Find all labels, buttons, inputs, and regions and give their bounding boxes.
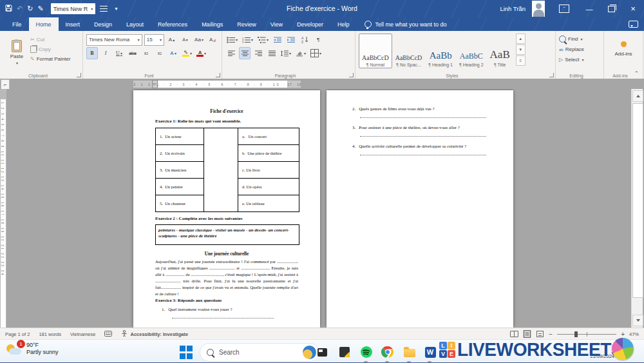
align-left-button[interactable]	[225, 47, 237, 59]
chrome-button[interactable]	[380, 344, 395, 360]
tab-mailings[interactable]: Mailings	[194, 17, 230, 31]
word-app-button[interactable]: W	[422, 344, 438, 360]
weather-widget[interactable]: 1 90°F Partly sunny	[6, 342, 59, 356]
accessibility-status[interactable]: Accessibility: Investigate	[121, 330, 188, 338]
vertical-scrollbar[interactable]	[631, 89, 643, 328]
horizontal-ruler[interactable]: 2 · 1 · 1 · 1 · 2 · 3 · 4 · 5 · 6 · 7 · …	[133, 81, 301, 88]
tab-view[interactable]: View	[263, 17, 290, 31]
tab-design[interactable]: Design	[87, 17, 119, 31]
zoom-in-button[interactable]: +	[621, 331, 625, 338]
restore-button[interactable]	[600, 0, 622, 17]
replace-button[interactable]: abReplace	[559, 45, 600, 54]
zoom-slider-thumb[interactable]	[574, 331, 578, 337]
macro-record-icon[interactable]	[104, 331, 112, 338]
grow-font-button[interactable]: A▲	[166, 34, 178, 46]
bold-button[interactable]: B	[86, 47, 98, 59]
file-explorer-button[interactable]	[402, 344, 417, 360]
subscript-button[interactable]: x2	[140, 47, 152, 59]
language-indicator[interactable]: Vietnamese	[70, 331, 95, 337]
align-right-button[interactable]	[252, 47, 264, 59]
style-no-spacing[interactable]: AaBbCcD ¶ No Spac...	[392, 34, 426, 68]
word-count[interactable]: 181 words	[39, 331, 61, 337]
styles-more-button[interactable]: ≡	[516, 55, 526, 66]
redo-icon[interactable]: ↻	[27, 5, 33, 13]
page-indicator[interactable]: Page 1 of 2	[5, 331, 30, 337]
tab-developer[interactable]: Developer	[290, 17, 330, 31]
numbering-button[interactable]: 123▾	[241, 34, 254, 46]
styles-dialog-launcher[interactable]	[549, 73, 554, 77]
vertical-ruler[interactable]: 1·2·3·4·5·6·7·8·9·10·11·12·13·14·15·16·1…	[0, 89, 6, 328]
style-title[interactable]: AaB ¶ Title	[487, 34, 513, 68]
text-effects-button[interactable]: A▾	[167, 47, 179, 59]
notes-app-button[interactable]	[337, 344, 352, 360]
underline-button[interactable]: U▾	[113, 47, 125, 59]
copy-button[interactable]: Copy	[30, 45, 71, 54]
multilevel-list-button[interactable]: ▾	[256, 34, 270, 46]
style-heading1[interactable]: AaBb ¶ Heading 1	[425, 34, 456, 68]
addins-button[interactable]: Add-ins	[607, 33, 639, 65]
tab-layout[interactable]: Layout	[119, 17, 151, 31]
justify-button[interactable]	[266, 47, 278, 59]
line-spacing-qat-icon[interactable]: ▾	[100, 5, 110, 13]
increase-indent-button[interactable]	[285, 34, 297, 46]
comment-icon[interactable]	[629, 21, 638, 28]
line-spacing-button[interactable]: ▾	[279, 47, 292, 59]
font-color-button[interactable]: A▾	[195, 47, 207, 59]
clear-formatting-button[interactable]: A◢	[207, 34, 218, 46]
font-size-select[interactable]: 15▾	[144, 34, 164, 46]
close-button[interactable]: ×	[622, 0, 644, 17]
show-hide-pilcrow-button[interactable]: ¶	[312, 34, 324, 46]
pen-mode-icon[interactable]: ✎▾	[37, 5, 46, 13]
find-button[interactable]: Find▾	[559, 35, 600, 43]
zoom-level[interactable]: 47%	[629, 331, 639, 337]
tab-help[interactable]: Help	[330, 17, 357, 31]
format-painter-button[interactable]: ✎Format Painter	[30, 55, 71, 63]
spotify-button[interactable]	[359, 344, 374, 360]
shrink-font-button[interactable]: A▼	[180, 34, 191, 46]
font-name-select[interactable]: Times New Roma▾	[86, 34, 142, 46]
tab-home[interactable]: Home	[29, 17, 59, 31]
tab-review[interactable]: Review	[230, 17, 263, 31]
start-button[interactable]	[179, 345, 194, 360]
tell-me-box[interactable]: Tell me what you want to do	[357, 17, 447, 31]
styles-scroll-down[interactable]: ▼	[516, 44, 526, 55]
ribbon-display-options-icon[interactable]: ˆ	[559, 5, 569, 13]
document-page-1[interactable]: Fiche d'exercice Exercice 1: Relie les m…	[133, 90, 320, 328]
select-button[interactable]: ▷Select▾	[559, 55, 600, 64]
borders-button[interactable]: ▾	[309, 47, 323, 59]
tab-references[interactable]: References	[151, 17, 194, 31]
font-dialog-launcher[interactable]	[216, 73, 220, 77]
avatar[interactable]	[532, 1, 545, 17]
scroll-down-button[interactable]	[632, 315, 643, 326]
collapse-ribbon-icon[interactable]: ⌃	[634, 70, 639, 77]
undo-icon[interactable]: ↶	[17, 5, 23, 13]
cut-button[interactable]: ✂Cut	[30, 35, 71, 44]
tab-selector[interactable]: ⌐	[1, 79, 10, 90]
minimize-button[interactable]: —	[578, 0, 600, 17]
highlight-button[interactable]: ✎▾	[181, 47, 193, 59]
shading-button[interactable]: ▾	[294, 47, 307, 59]
italic-button[interactable]: I	[100, 47, 111, 59]
indent-marker[interactable]	[152, 80, 158, 84]
tab-file[interactable]: File	[5, 17, 29, 31]
qat-customize-icon[interactable]: ▾	[115, 6, 117, 12]
document-page-2[interactable]: 2. Quels genres de films avez-vous déjà …	[327, 90, 513, 328]
zoom-slider[interactable]	[557, 334, 616, 335]
style-normal[interactable]: AaBbCcD ¶ Normal	[359, 34, 392, 68]
paragraph-dialog-launcher[interactable]	[349, 73, 354, 77]
account-name[interactable]: Linh Trần	[500, 5, 526, 12]
qat-font-select[interactable]: Times New R▾	[51, 3, 96, 14]
sort-button[interactable]: AZ	[299, 34, 310, 46]
paste-button[interactable]: Paste ▾	[3, 33, 30, 70]
clipboard-dialog-launcher[interactable]	[77, 73, 81, 77]
zoom-out-button[interactable]: −	[549, 331, 553, 338]
style-heading2[interactable]: AaBbC ¶ Heading 2	[456, 34, 487, 68]
hanging-indent-marker[interactable]	[152, 84, 158, 88]
tab-insert[interactable]: Insert	[59, 17, 88, 31]
strikethrough-button[interactable]: abe	[127, 47, 138, 59]
scroll-up-button[interactable]	[632, 90, 643, 102]
align-center-button[interactable]	[239, 47, 251, 59]
save-icon[interactable]	[5, 5, 12, 13]
superscript-button[interactable]: x2	[154, 47, 166, 59]
change-case-button[interactable]: Aa▾	[193, 34, 205, 46]
